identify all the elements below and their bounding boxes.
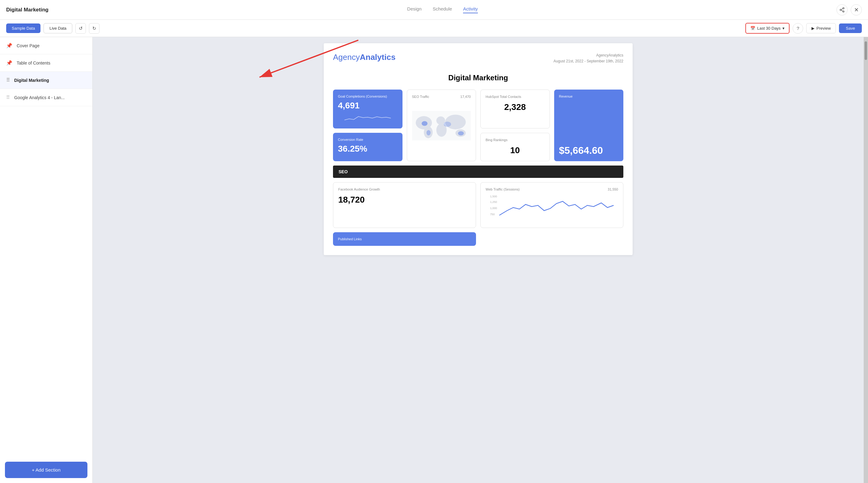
widget-seo-traffic: SEO Traffic 17,470 [407, 90, 476, 161]
svg-point-0 [843, 7, 844, 9]
widget-facebook-audience: Facebook Audience Growth 18,720 [333, 182, 476, 228]
sparkline-chart [338, 113, 398, 122]
widget-title: SEO Traffic [412, 95, 429, 98]
svg-text:1,500: 1,500 [490, 195, 497, 198]
widget-title: Published Links [338, 237, 471, 241]
subtoolbar: Sample Data Live Data ↺ ↻ 📅 Last 30 Days… [0, 20, 868, 37]
chevron-down-icon: ▾ [782, 26, 784, 31]
widget-goal-completions: Goal Completions (Conversions) 4,691 [333, 90, 402, 128]
logo-agency: Agency [333, 53, 360, 62]
seo-section-header: SEO [333, 165, 623, 178]
content-area[interactable]: Agency Analytics AgencyAnalytics August … [93, 37, 864, 483]
world-map [412, 101, 471, 151]
pin-icon: 📌 [6, 60, 12, 66]
widget-header: Bing Rankings [486, 138, 545, 142]
report-page: Agency Analytics AgencyAnalytics August … [324, 43, 632, 255]
svg-point-16 [458, 131, 464, 135]
close-button[interactable]: ✕ [851, 4, 862, 15]
svg-point-17 [443, 122, 451, 127]
widget-title: Conversion Rate [338, 138, 398, 141]
top-tabs: Design Schedule Activity [49, 6, 836, 13]
svg-point-15 [426, 130, 430, 136]
widget-revenue: Revenue $5,664.60 [554, 90, 624, 161]
widget-hubspot-contacts: HubSpot Total Contacts 2,328 [480, 90, 550, 128]
calendar-icon: 📅 [750, 26, 755, 31]
widget-published-links: Published Links [333, 232, 476, 246]
report-title: Digital Marketing [333, 73, 623, 82]
topbar-actions: ✕ [836, 4, 862, 15]
svg-point-1 [840, 9, 841, 10]
save-button[interactable]: Save [839, 24, 862, 33]
widget-value: 18,720 [338, 195, 471, 205]
sidebar: 📌 Cover Page 📌 Table of Contents ⠿ Digit… [0, 37, 93, 483]
topbar: Digital Marketing Design Schedule Activi… [0, 0, 868, 20]
report-meta: AgencyAnalytics August 21st, 2022 - Sept… [554, 53, 623, 64]
widget-header: Web Traffic (Sessions) 31,550 [486, 188, 618, 191]
drag-icon: ⠿ [6, 77, 10, 83]
widget-value: 2,328 [486, 102, 545, 112]
svg-text:1,000: 1,000 [490, 206, 497, 210]
svg-line-3 [841, 10, 843, 11]
svg-text:750: 750 [490, 213, 495, 216]
widget-value: 17,470 [460, 95, 471, 98]
widgets-grid: Goal Completions (Conversions) 4,691 SEO… [333, 90, 623, 161]
widget-bing-rankings: Bing Rankings 10 [480, 133, 550, 161]
report-header: Agency Analytics AgencyAnalytics August … [333, 53, 623, 64]
svg-point-10 [436, 117, 445, 125]
widget-title: Revenue [559, 95, 619, 98]
widget-header: SEO Traffic 17,470 [412, 95, 471, 98]
undo-button[interactable]: ↺ [75, 23, 86, 34]
widget-title: Web Traffic (Sessions) [486, 188, 520, 191]
svg-text:1,250: 1,250 [490, 200, 497, 203]
date-range-button[interactable]: 📅 Last 30 Days ▾ [745, 23, 789, 34]
tab-schedule[interactable]: Schedule [433, 6, 452, 13]
widget-title: Bing Rankings [486, 138, 507, 142]
sidebar-item-google-analytics[interactable]: ⠿ Google Analytics 4 - Lan... [0, 89, 92, 106]
preview-button[interactable]: ▶ Preview [806, 23, 836, 33]
widget-value: 4,691 [338, 101, 398, 110]
drag-icon: ⠿ [6, 95, 10, 100]
widget-header: HubSpot Total Contacts [486, 95, 545, 98]
widget-title: Goal Completions (Conversions) [338, 95, 398, 98]
pin-icon: 📌 [6, 43, 12, 49]
help-button[interactable]: ? [793, 23, 803, 34]
add-section-button[interactable]: + Add Section [5, 462, 87, 478]
redo-button[interactable]: ↻ [89, 23, 99, 34]
report-logo: Agency Analytics [333, 53, 395, 62]
widget-value: 36.25% [338, 144, 398, 154]
widget-value: $5,664.60 [559, 145, 619, 156]
widget-title: HubSpot Total Contacts [486, 95, 521, 98]
right-scrollbar[interactable] [864, 37, 868, 483]
svg-point-14 [421, 121, 427, 126]
sidebar-item-table-of-contents[interactable]: 📌 Table of Contents [0, 54, 92, 72]
main-layout: 📌 Cover Page 📌 Table of Contents ⠿ Digit… [0, 37, 868, 483]
tab-design[interactable]: Design [407, 6, 422, 13]
bottom-widgets-grid: Facebook Audience Growth 18,720 Web Traf… [333, 182, 623, 246]
widget-conversion-rate: Conversion Rate 36.25% [333, 133, 402, 161]
logo-analytics: Analytics [360, 53, 396, 62]
live-data-button[interactable]: Live Data [43, 23, 72, 33]
play-icon: ▶ [811, 26, 814, 31]
widget-value: 10 [486, 146, 545, 155]
widget-title: Facebook Audience Growth [338, 188, 471, 191]
svg-line-4 [841, 8, 843, 9]
sidebar-item-digital-marketing[interactable]: ⠿ Digital Marketing [0, 72, 92, 89]
widget-web-traffic: Web Traffic (Sessions) 31,550 1,500 1,25… [480, 182, 623, 228]
sidebar-item-cover-page[interactable]: 📌 Cover Page [0, 37, 92, 54]
sample-data-button[interactable]: Sample Data [6, 24, 40, 33]
share-button[interactable] [836, 4, 847, 15]
app-title: Digital Marketing [6, 7, 49, 13]
widget-value: 31,550 [608, 188, 618, 191]
traffic-chart: 1,500 1,250 1,000 750 [486, 194, 618, 221]
svg-point-2 [843, 11, 844, 12]
tab-activity[interactable]: Activity [463, 6, 478, 13]
